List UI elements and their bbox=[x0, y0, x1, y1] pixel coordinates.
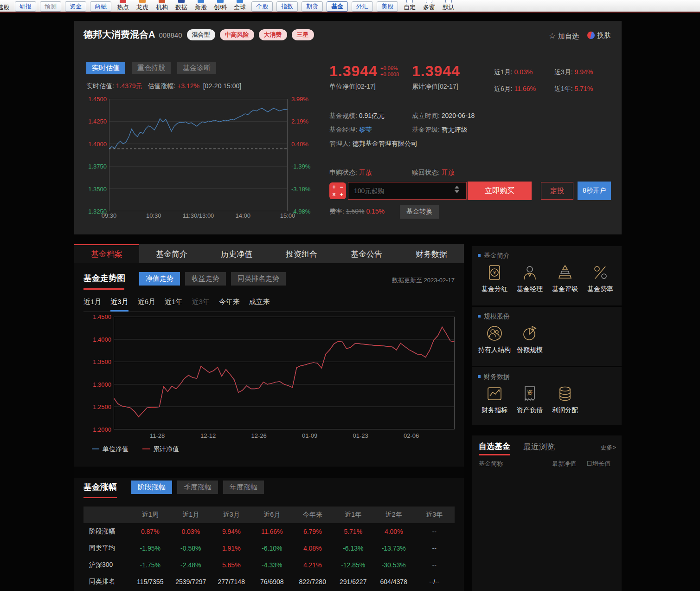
amount-stepper[interactable] bbox=[455, 186, 461, 197]
axis-tick: 15:00 bbox=[280, 212, 295, 219]
toolbar-item-热点[interactable]: 热点 bbox=[113, 0, 133, 12]
sidebar-item-财务指标[interactable]: 财务指标 bbox=[477, 385, 512, 415]
calculator-icon[interactable]: +−×+ bbox=[329, 182, 346, 199]
cell: 4.21% bbox=[292, 561, 333, 569]
sidebar-item-label: 利润分配 bbox=[547, 406, 583, 415]
range-tabs: 近1月近3月近6月近1年近3年今年来成立来 bbox=[83, 298, 455, 312]
axis-tick: 12-26 bbox=[251, 432, 266, 439]
toolbar-button-美股[interactable]: 美股 bbox=[377, 1, 398, 12]
range-tab-近1月[interactable]: 近1月 bbox=[83, 298, 101, 312]
trend-tab-净值走势[interactable]: 净值走势 bbox=[139, 272, 180, 286]
col-近6月: 近6月 bbox=[252, 511, 293, 519]
change-skin-button[interactable]: 换肤 bbox=[587, 31, 611, 40]
unit-netvalue-label: 单位净值[02-17] bbox=[329, 83, 376, 91]
tab-基金档案[interactable]: 基金档案 bbox=[74, 244, 139, 263]
trend-tab-收益走势[interactable]: 收益走势 bbox=[185, 272, 226, 286]
sidebar-item-持有人结构[interactable]: 持有人结构 bbox=[477, 325, 512, 354]
estimate-tab-基金诊断[interactable]: 基金诊断 bbox=[177, 62, 216, 74]
axis-tick: 12-12 bbox=[200, 432, 216, 439]
axis-tick: 1.4250 bbox=[88, 118, 107, 125]
sidebar-item-资产负债[interactable]: 资资产负债 bbox=[512, 385, 547, 415]
unit-netvalue: 1.3944 bbox=[329, 63, 378, 80]
group-title: 规模股份 bbox=[484, 312, 510, 320]
axis-tick: 10:30 bbox=[146, 212, 161, 219]
intraday-y-axis-left: 1.45001.42501.40001.37501.35001.3250 bbox=[83, 99, 107, 211]
fund-convert-button[interactable]: 基金转换 bbox=[400, 205, 439, 219]
cell: -- bbox=[414, 528, 455, 535]
toolbar-button-基金[interactable]: 基金 bbox=[327, 1, 348, 12]
auto-invest-button[interactable]: 定投 bbox=[541, 182, 573, 200]
cell: -- bbox=[414, 561, 455, 569]
trend-y-axis: 1.45001.40001.35001.30001.25001.2000 bbox=[87, 317, 111, 429]
sidebar-item-基金分红[interactable]: ¥基金分红 bbox=[477, 264, 512, 293]
gains-tab-阶段涨幅[interactable]: 阶段涨幅 bbox=[131, 481, 172, 494]
tab-my-funds[interactable]: 自选基金 bbox=[479, 441, 510, 452]
sidebar-item-份额规模[interactable]: 份额规模 bbox=[512, 325, 547, 354]
axis-tick: 0.40% bbox=[291, 140, 308, 147]
gains-tab-年度涨幅[interactable]: 年度涨幅 bbox=[223, 481, 264, 494]
add-watchlist-button[interactable]: ☆加自选 bbox=[549, 31, 579, 41]
range-tab-近6月[interactable]: 近6月 bbox=[138, 298, 155, 312]
axis-tick: 14:00 bbox=[235, 212, 250, 219]
sidebar-item-label: 持有人结构 bbox=[477, 346, 512, 354]
fund-tags: 混合型中高风险大消费三星 bbox=[182, 29, 314, 39]
toolbar-item-默认[interactable]: 默认 bbox=[439, 0, 458, 12]
cell: -- bbox=[414, 545, 455, 552]
toolbar-item-多窗[interactable]: 多窗 bbox=[419, 0, 439, 12]
toolbar-item-全球[interactable]: 全球 bbox=[230, 0, 250, 12]
toolbar-item-创/科[interactable]: 创/科 bbox=[211, 0, 230, 12]
sidebar-item-label: 基金费率 bbox=[583, 285, 618, 293]
tab-recent-viewed[interactable]: 最近浏览 bbox=[523, 442, 555, 452]
toolbar-button-两融[interactable]: 两融 bbox=[90, 1, 111, 12]
tab-基金简介[interactable]: 基金简介 bbox=[139, 244, 204, 263]
toolbar-item-partial[interactable]: 选股 bbox=[0, 3, 13, 12]
sidebar-item-基金经理[interactable]: 基金经理 bbox=[512, 264, 547, 293]
toolbar-mini-icon bbox=[426, 0, 432, 3]
toolbar-button-外汇[interactable]: 外汇 bbox=[352, 1, 373, 12]
tab-投资组合[interactable]: 投资组合 bbox=[269, 244, 334, 263]
more-link[interactable]: 更多> bbox=[600, 443, 616, 452]
toolbar-item-数据[interactable]: 数据 bbox=[172, 0, 191, 12]
range-tab-近3年[interactable]: 近3年 bbox=[192, 298, 209, 312]
trend-section-title: 基金走势图 bbox=[83, 273, 125, 284]
sidebar-item-基金评级[interactable]: 基金评级 bbox=[547, 264, 583, 293]
manager-link[interactable]: 黎莹 bbox=[359, 126, 372, 133]
toolbar-button-个股[interactable]: 个股 bbox=[251, 1, 273, 12]
toolbar-button-预测[interactable]: 预测 bbox=[40, 1, 61, 12]
toolbar-item-新股[interactable]: 新股 bbox=[191, 0, 211, 12]
cell: 0.87% bbox=[130, 528, 171, 535]
purchase-amount-input[interactable] bbox=[348, 182, 467, 200]
manager-icon bbox=[521, 264, 539, 281]
row-label: 沪深300 bbox=[83, 561, 130, 569]
tab-基金公告[interactable]: 基金公告 bbox=[334, 244, 399, 263]
sidebar-item-利润分配[interactable]: 利润分配 bbox=[547, 385, 583, 415]
trend-tab-同类排名走势[interactable]: 同类排名走势 bbox=[231, 272, 286, 286]
toolbar-button-指数[interactable]: 指数 bbox=[276, 1, 298, 12]
range-tab-近1年[interactable]: 近1年 bbox=[165, 298, 182, 312]
toolbar-item-机构[interactable]: 机构 bbox=[152, 0, 172, 12]
tab-财务数据[interactable]: 财务数据 bbox=[399, 244, 464, 263]
open-account-button[interactable]: 8秒开户 bbox=[578, 182, 611, 200]
toolbar-item-龙虎[interactable]: 龙虎 bbox=[133, 0, 152, 12]
toolbar-button-研报[interactable]: 研报 bbox=[15, 1, 36, 12]
buy-now-button[interactable]: 立即购买 bbox=[468, 182, 532, 200]
sidebar-item-基金费率[interactable]: 基金费率 bbox=[583, 264, 618, 293]
estimate-tab-实时估值[interactable]: 实时估值 bbox=[86, 62, 125, 74]
range-tab-近3月[interactable]: 近3月 bbox=[110, 298, 128, 312]
col-近3月: 近3月 bbox=[211, 511, 252, 519]
toolbar-item-自定[interactable]: 自定 bbox=[400, 0, 419, 12]
period-return-1y: 近1年: 5.71% bbox=[554, 85, 593, 93]
toolbar-mini-icon bbox=[445, 0, 452, 3]
cell: -2.48% bbox=[171, 561, 212, 569]
gains-tab-季度涨幅[interactable]: 季度涨幅 bbox=[177, 481, 218, 494]
tab-历史净值[interactable]: 历史净值 bbox=[204, 244, 269, 263]
estimate-tab-重仓持股[interactable]: 重仓持股 bbox=[132, 62, 171, 74]
axis-tick: 11-28 bbox=[150, 432, 165, 439]
toolbar-button-期货[interactable]: 期货 bbox=[302, 1, 323, 12]
holders-icon bbox=[486, 325, 503, 342]
range-tab-成立来[interactable]: 成立来 bbox=[249, 298, 270, 312]
axis-tick: 02-06 bbox=[404, 432, 419, 439]
watchlist-panel: 自选基金 最近浏览 更多> 基金简称 最新净值 日增长值 bbox=[472, 435, 622, 591]
toolbar-button-资金[interactable]: 资金 bbox=[65, 1, 86, 12]
range-tab-今年来[interactable]: 今年来 bbox=[219, 298, 240, 312]
